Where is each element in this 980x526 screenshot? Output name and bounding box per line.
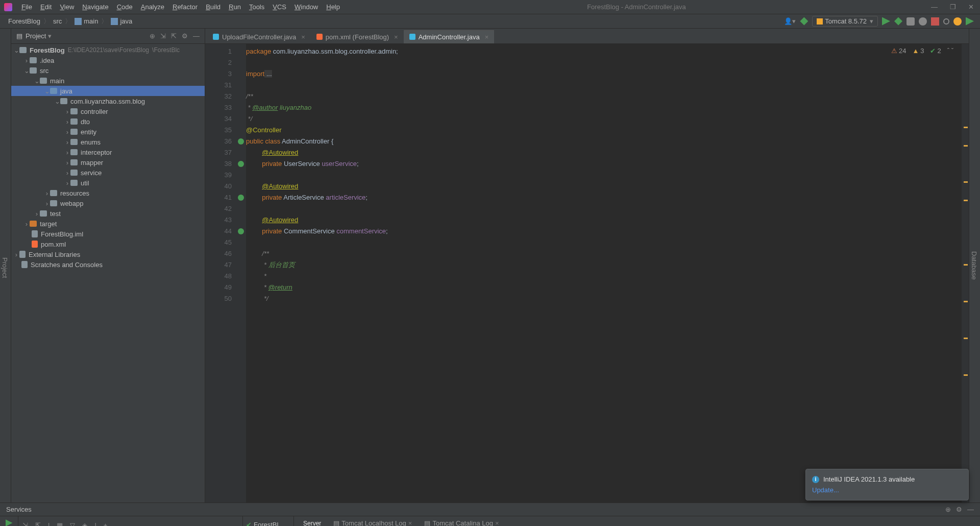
menu-help[interactable]: Help bbox=[322, 1, 344, 13]
menu-window[interactable]: Window bbox=[290, 1, 322, 13]
error-stripe[interactable] bbox=[962, 44, 969, 503]
settings-icon[interactable]: ⚙ bbox=[182, 32, 188, 40]
menu-navigate[interactable]: Navigate bbox=[78, 1, 112, 13]
code-editor[interactable]: 1233132333435363738394041424344454647484… bbox=[205, 44, 969, 503]
tree-dto[interactable]: dto bbox=[11, 116, 205, 127]
panel-title[interactable]: Project bbox=[26, 32, 52, 40]
tree-package[interactable]: com.liuyanzhao.ssm.blog bbox=[11, 96, 205, 106]
minimize-button[interactable]: — bbox=[929, 2, 940, 12]
tree-extlib[interactable]: External Libraries bbox=[11, 249, 205, 259]
services-panel: Services ⊕ ⚙ — ⇲ ⇱ | ▦ ▽ ◈ | + T bbox=[0, 503, 980, 526]
left-tool-strip: Project bbox=[0, 29, 11, 503]
tab-AdminController.java[interactable]: AdminController.java× bbox=[404, 30, 495, 43]
run-gutter-icon[interactable] bbox=[238, 138, 244, 145]
tree-root[interactable]: ForestBlog E:\IDEA2021\save\ForestBlog \… bbox=[11, 45, 205, 55]
tab-pom.xml (ForestBlog)[interactable]: pom.xml (ForestBlog)× bbox=[311, 30, 404, 43]
tree-idea[interactable]: .idea bbox=[11, 55, 205, 65]
locate-icon[interactable]: ⊕ bbox=[150, 32, 155, 40]
ide-update-icon[interactable] bbox=[953, 17, 962, 26]
tree-service[interactable]: service bbox=[11, 168, 205, 178]
navigation-bar: ForestBlog〉src〉main〉java 👤▾ Tomcat 8.5.7… bbox=[0, 14, 980, 29]
tree-test[interactable]: test bbox=[11, 208, 205, 219]
crumb-src[interactable]: src bbox=[51, 17, 64, 25]
collapse-icon[interactable]: ⇱ bbox=[171, 32, 177, 40]
tree-webapp[interactable]: webapp bbox=[11, 198, 205, 208]
console-tabs: Server ▤Tomcat Localhost Log× ▤Tomcat Ca… bbox=[294, 516, 980, 526]
menu-run[interactable]: Run bbox=[225, 1, 245, 13]
tab-localhost-log[interactable]: ▤Tomcat Localhost Log× bbox=[328, 517, 417, 526]
menu-vcs[interactable]: VCS bbox=[268, 1, 290, 13]
folder-icon: ▤ bbox=[16, 32, 22, 40]
tree-java[interactable]: java bbox=[11, 86, 205, 96]
tree-mapper[interactable]: mapper bbox=[11, 157, 205, 168]
services-options-icon[interactable]: ⊕ bbox=[945, 506, 951, 513]
menu-view[interactable]: View bbox=[56, 1, 78, 13]
rerun-icon[interactable] bbox=[6, 519, 13, 526]
expand-all-icon[interactable]: ⇲ bbox=[22, 521, 28, 526]
menu-edit[interactable]: Edit bbox=[36, 1, 56, 13]
services-tree[interactable]: ⇲ ⇱ | ▦ ▽ ◈ | + Tomcat Server ▶Running T… bbox=[18, 516, 243, 526]
tag-icon[interactable]: ◈ bbox=[82, 521, 87, 526]
coverage-button[interactable] bbox=[906, 17, 915, 26]
tree-target[interactable]: target bbox=[11, 219, 205, 229]
services-toolbar bbox=[0, 516, 18, 526]
tree-pom[interactable]: pom.xml bbox=[11, 239, 205, 249]
inspection-widget[interactable]: ⚠24 ▲3 ✔2 ˆ ˇ bbox=[891, 47, 953, 55]
menu-tools[interactable]: Tools bbox=[245, 1, 268, 13]
menu-refactor[interactable]: Refactor bbox=[168, 1, 202, 13]
tree-interceptor[interactable]: interceptor bbox=[11, 147, 205, 157]
code-content[interactable]: package com.liuyanzhao.ssm.blog.controll… bbox=[246, 44, 962, 503]
gear-icon[interactable]: ⚙ bbox=[956, 506, 962, 513]
project-tree[interactable]: ForestBlog E:\IDEA2021\save\ForestBlog \… bbox=[11, 44, 205, 503]
line-gutter: 1233132333435363738394041424344454647484… bbox=[205, 44, 236, 503]
profile-button[interactable] bbox=[919, 17, 927, 26]
project-tool-button[interactable]: Project bbox=[0, 33, 10, 503]
tree-controller[interactable]: controller bbox=[11, 106, 205, 116]
tree-util[interactable]: util bbox=[11, 178, 205, 188]
editor-area: UploadFileController.java×pom.xml (Fores… bbox=[205, 29, 969, 503]
group-icon[interactable]: ▦ bbox=[57, 521, 63, 526]
update-link[interactable]: Update... bbox=[812, 486, 962, 494]
add-icon[interactable]: + bbox=[104, 521, 108, 526]
update-notification[interactable]: iIntelliJ IDEA 2021.1.3 available Update… bbox=[805, 469, 969, 500]
tree-src[interactable]: src bbox=[11, 65, 205, 76]
tree-resources[interactable]: resources bbox=[11, 188, 205, 198]
expand-icon[interactable]: ⇲ bbox=[160, 32, 166, 40]
run-config-label: Tomcat 8.5.72 bbox=[825, 17, 867, 25]
maximize-button[interactable]: ❐ bbox=[948, 2, 958, 12]
menu-code[interactable]: Code bbox=[113, 1, 137, 13]
bean-gutter-icon[interactable] bbox=[238, 161, 244, 167]
tree-enums[interactable]: enums bbox=[11, 137, 205, 147]
sync-icon[interactable] bbox=[800, 17, 808, 26]
project-panel: ▤ Project ⊕ ⇲ ⇱ ⚙ — ForestBlog E:\IDEA20… bbox=[11, 29, 205, 503]
tab-UploadFileController.java[interactable]: UploadFileController.java× bbox=[207, 30, 311, 43]
tree-main[interactable]: main bbox=[11, 76, 205, 86]
deployment-list: ✔ForestBl ✔uploads ⟳ ↻ bbox=[243, 516, 294, 526]
menu-analyze[interactable]: Analyze bbox=[137, 1, 168, 13]
run-button[interactable] bbox=[882, 17, 890, 26]
tab-catalina-log[interactable]: ▤Tomcat Catalina Log× bbox=[419, 517, 504, 526]
run-anything-icon[interactable] bbox=[966, 17, 974, 26]
debug-button[interactable] bbox=[894, 17, 902, 26]
collapse-all-icon[interactable]: ⇱ bbox=[35, 521, 41, 526]
tab-server[interactable]: Server bbox=[298, 518, 326, 527]
menu-build[interactable]: Build bbox=[202, 1, 225, 13]
bean-gutter-icon[interactable] bbox=[238, 228, 244, 234]
search-icon[interactable] bbox=[943, 18, 949, 25]
tree-entity[interactable]: entity bbox=[11, 127, 205, 137]
hide-icon[interactable]: — bbox=[967, 506, 974, 513]
stop-button[interactable] bbox=[931, 17, 939, 26]
crumb-java[interactable]: java bbox=[109, 17, 134, 25]
close-button[interactable]: ✕ bbox=[966, 2, 976, 12]
tree-scratches[interactable]: Scratches and Consoles bbox=[11, 259, 205, 270]
filter-icon[interactable]: ▽ bbox=[70, 521, 75, 526]
bean-gutter-icon[interactable] bbox=[238, 195, 244, 201]
hide-icon[interactable]: — bbox=[193, 32, 200, 40]
user-icon[interactable]: 👤▾ bbox=[784, 17, 796, 25]
menu-file[interactable]: File bbox=[17, 1, 36, 13]
database-tool-button[interactable]: Database bbox=[969, 29, 979, 503]
run-config-selector[interactable]: Tomcat 8.5.72 bbox=[812, 16, 878, 27]
tree-iml[interactable]: ForestBlog.iml bbox=[11, 229, 205, 239]
crumb-ForestBlog[interactable]: ForestBlog bbox=[6, 17, 42, 25]
crumb-main[interactable]: main bbox=[72, 17, 100, 25]
